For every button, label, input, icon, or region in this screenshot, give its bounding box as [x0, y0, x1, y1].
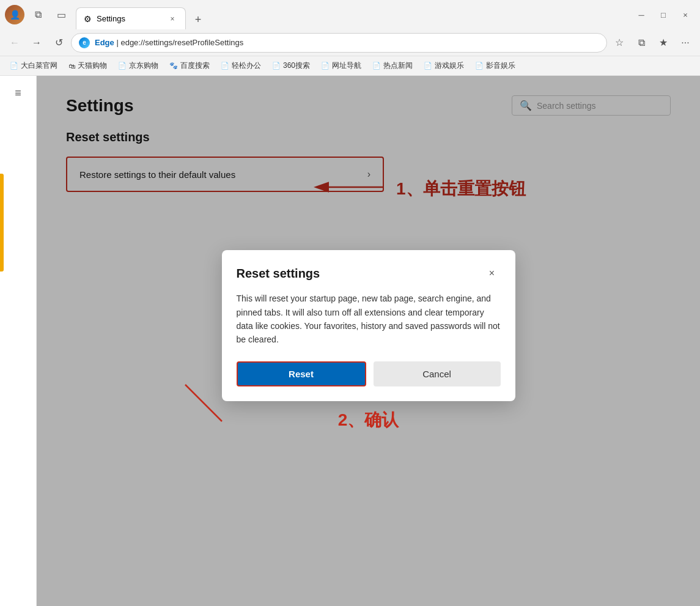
close-btn[interactable]: × — [676, 5, 695, 24]
main-content: Settings 🔍 Reset settings Restore settin… — [37, 76, 700, 606]
tab-close-btn[interactable]: × — [167, 13, 178, 24]
bookmark-office[interactable]: 📄 轻松办公 — [216, 58, 266, 73]
dialog-body: This will reset your startup page, new t… — [237, 292, 501, 347]
address-text: Edge | edge://settings/resetProfileSetti… — [95, 38, 243, 47]
bookmark-label-4: 百度搜索 — [180, 61, 210, 71]
bookmark-media[interactable]: 📄 影音娱乐 — [470, 58, 520, 73]
dialog-overlay: Reset settings × This will reset your st… — [37, 76, 700, 606]
window-controls: ─ □ × — [632, 5, 695, 24]
nav-bar: ← → ↺ e Edge | edge://settings/resetProf… — [0, 29, 700, 56]
reset-dialog: Reset settings × This will reset your st… — [222, 250, 515, 401]
bookmark-label-7: 网址导航 — [332, 61, 361, 71]
split-btn[interactable]: ⧉ — [632, 33, 651, 53]
bookmarks-bar: 📄 大白菜官网 🛍 天猫购物 📄 京东购物 🐾 百度搜索 📄 轻松办公 📄 36… — [0, 56, 700, 76]
bookmark-icon-5: 📄 — [221, 62, 229, 70]
bookmark-icon-8: 📄 — [372, 62, 381, 70]
title-bar-left: 👤 ⧉ ▭ — [5, 5, 71, 24]
bookmark-360[interactable]: 📄 360搜索 — [267, 58, 315, 73]
address-url: edge://settings/resetProfileSettings — [120, 38, 243, 47]
tab-settings-icon: ⚙ — [84, 14, 92, 24]
browser-chrome: 👤 ⧉ ▭ ⚙ Settings × + ─ □ × ← → ↺ e Edge … — [0, 0, 700, 76]
bookmark-game[interactable]: 📄 游戏娱乐 — [419, 58, 469, 73]
sidebar-toggle-btn[interactable]: ▭ — [51, 5, 71, 24]
tab-title: Settings — [97, 14, 162, 23]
bookmark-icon-3: 📄 — [118, 62, 127, 70]
edge-logo: e — [79, 37, 90, 48]
bookmark-label-6: 360搜索 — [283, 61, 310, 71]
bookmark-icon-7: 📄 — [321, 62, 330, 70]
bookmark-icon-6: 📄 — [272, 62, 281, 70]
dialog-actions: Reset Cancel — [237, 361, 501, 386]
address-bar[interactable]: e Edge | edge://settings/resetProfileSet… — [71, 33, 607, 53]
edge-brand: Edge — [95, 38, 114, 47]
bookmark-icon-9: 📄 — [424, 62, 432, 70]
sidebar: ≡ — [0, 76, 37, 606]
bookmark-label-8: 热点新闻 — [383, 61, 413, 71]
bookmark-icon-4: 🐾 — [169, 62, 178, 70]
bookmark-label-10: 影音娱乐 — [486, 61, 515, 71]
reset-confirm-btn[interactable]: Reset — [237, 361, 366, 386]
active-tab[interactable]: ⚙ Settings × — [76, 7, 186, 29]
dialog-header: Reset settings × — [237, 265, 501, 282]
bookmark-icon-1: 📄 — [10, 62, 18, 70]
nav-actions: ☆ ⧉ ★ ··· — [610, 33, 695, 53]
bookmark-label-3: 京东购物 — [129, 61, 158, 71]
favorite-btn[interactable]: ☆ — [610, 33, 629, 53]
bookmark-jd[interactable]: 📄 京东购物 — [113, 58, 163, 73]
collections-btn[interactable]: ★ — [654, 33, 673, 53]
tab-bar: ⚙ Settings × + — [76, 0, 627, 29]
bookmark-baidu[interactable]: 🐾 百度搜索 — [164, 58, 215, 73]
new-tab-btn[interactable]: + — [188, 10, 208, 29]
bookmark-icon-2: 🛍 — [68, 62, 75, 70]
maximize-btn[interactable]: □ — [654, 5, 673, 24]
dialog-close-btn[interactable]: × — [484, 265, 501, 282]
annotation-step-2: 2、确认 — [222, 408, 515, 432]
bookmark-label-5: 轻松办公 — [232, 61, 261, 71]
forward-btn[interactable]: → — [27, 33, 46, 53]
bookmark-icon-10: 📄 — [475, 62, 484, 70]
refresh-btn[interactable]: ↺ — [49, 33, 68, 53]
bookmark-label-2: 天猫购物 — [78, 61, 107, 71]
bookmark-nav[interactable]: 📄 网址导航 — [316, 58, 366, 73]
dialog-title: Reset settings — [237, 267, 320, 281]
avatar[interactable]: 👤 — [5, 5, 24, 24]
bookmark-news[interactable]: 📄 热点新闻 — [367, 58, 418, 73]
title-bar: 👤 ⧉ ▭ ⚙ Settings × + ─ □ × — [0, 0, 700, 29]
svg-line-3 — [185, 385, 222, 421]
settings-page: ≡ Settings 🔍 Reset settings Restore sett… — [0, 76, 700, 606]
cancel-btn[interactable]: Cancel — [374, 361, 501, 386]
bookmark-label-9: 游戏娱乐 — [435, 61, 464, 71]
tab-strip-btn[interactable]: ⧉ — [28, 5, 48, 24]
minimize-btn[interactable]: ─ — [632, 5, 651, 24]
more-btn[interactable]: ··· — [676, 33, 695, 53]
bookmark-label-1: 大白菜官网 — [21, 61, 57, 71]
left-accent — [0, 174, 4, 272]
menu-icon[interactable]: ≡ — [6, 81, 31, 105]
dialog-wrapper: Reset settings × This will reset your st… — [222, 250, 515, 432]
bookmark-taobao[interactable]: 🛍 天猫购物 — [64, 58, 112, 73]
bookmark-dabai[interactable]: 📄 大白菜官网 — [5, 58, 62, 73]
back-btn[interactable]: ← — [5, 33, 24, 53]
